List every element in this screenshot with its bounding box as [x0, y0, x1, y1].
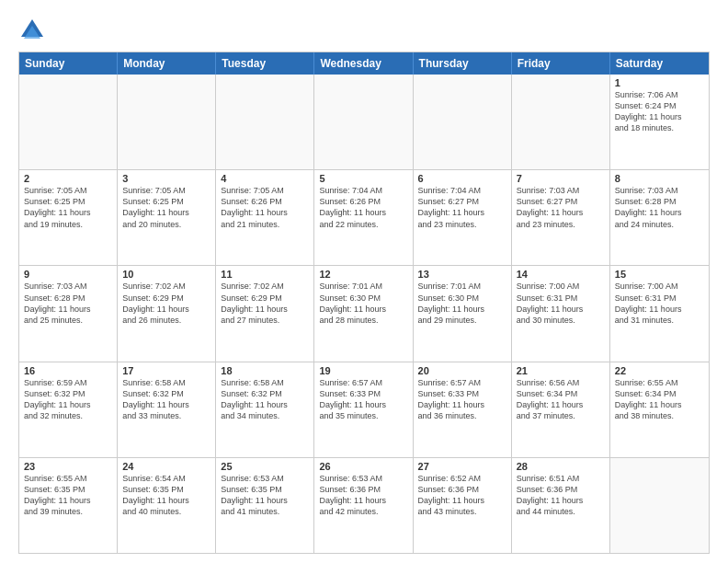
week-row-3: 9Sunrise: 7:03 AM Sunset: 6:28 PM Daylig…	[19, 265, 709, 361]
header-day-tuesday: Tuesday	[216, 52, 314, 75]
day-cell-11: 11Sunrise: 7:02 AM Sunset: 6:29 PM Dayli…	[216, 266, 314, 361]
day-cell-17: 17Sunrise: 6:58 AM Sunset: 6:32 PM Dayli…	[118, 362, 216, 457]
week-row-2: 2Sunrise: 7:05 AM Sunset: 6:25 PM Daylig…	[19, 169, 709, 265]
day-info-28: Sunrise: 6:51 AM Sunset: 6:36 PM Dayligh…	[517, 473, 605, 518]
day-info-26: Sunrise: 6:53 AM Sunset: 6:36 PM Dayligh…	[319, 473, 407, 518]
day-cell-20: 20Sunrise: 6:57 AM Sunset: 6:33 PM Dayli…	[414, 362, 512, 457]
day-number-7: 7	[517, 173, 605, 184]
day-info-10: Sunrise: 7:02 AM Sunset: 6:29 PM Dayligh…	[122, 281, 210, 326]
day-cell-1: 1Sunrise: 7:06 AM Sunset: 6:24 PM Daylig…	[610, 75, 709, 169]
header-day-sunday: Sunday	[19, 52, 118, 75]
day-cell-27: 27Sunrise: 6:52 AM Sunset: 6:36 PM Dayli…	[414, 458, 512, 553]
day-cell-16: 16Sunrise: 6:59 AM Sunset: 6:32 PM Dayli…	[19, 362, 118, 457]
header	[18, 17, 710, 44]
day-cell-19: 19Sunrise: 6:57 AM Sunset: 6:33 PM Dayli…	[314, 362, 413, 457]
day-cell-13: 13Sunrise: 7:01 AM Sunset: 6:30 PM Dayli…	[414, 266, 512, 361]
day-cell-24: 24Sunrise: 6:54 AM Sunset: 6:35 PM Dayli…	[118, 458, 216, 553]
empty-cell-0-5	[512, 75, 610, 169]
day-number-11: 11	[221, 269, 309, 280]
week-row-4: 16Sunrise: 6:59 AM Sunset: 6:32 PM Dayli…	[19, 362, 709, 457]
header-day-monday: Monday	[118, 52, 216, 75]
calendar-header: SundayMondayTuesdayWednesdayThursdayFrid…	[19, 52, 709, 75]
day-number-8: 8	[615, 173, 704, 184]
page: SundayMondayTuesdayWednesdayThursdayFrid…	[0, 0, 728, 563]
day-info-12: Sunrise: 7:01 AM Sunset: 6:30 PM Dayligh…	[319, 281, 407, 326]
day-cell-25: 25Sunrise: 6:53 AM Sunset: 6:35 PM Dayli…	[216, 458, 314, 553]
day-info-1: Sunrise: 7:06 AM Sunset: 6:24 PM Dayligh…	[615, 89, 704, 134]
empty-cell-0-4	[414, 75, 512, 169]
day-number-22: 22	[615, 365, 704, 376]
day-info-21: Sunrise: 6:56 AM Sunset: 6:34 PM Dayligh…	[517, 377, 605, 422]
day-number-27: 27	[418, 461, 506, 472]
day-info-16: Sunrise: 6:59 AM Sunset: 6:32 PM Dayligh…	[24, 377, 112, 422]
calendar-body: 1Sunrise: 7:06 AM Sunset: 6:24 PM Daylig…	[19, 75, 709, 553]
day-cell-2: 2Sunrise: 7:05 AM Sunset: 6:25 PM Daylig…	[19, 170, 118, 265]
day-info-2: Sunrise: 7:05 AM Sunset: 6:25 PM Dayligh…	[24, 185, 112, 230]
empty-cell-0-3	[314, 75, 413, 169]
day-number-21: 21	[517, 365, 605, 376]
day-info-11: Sunrise: 7:02 AM Sunset: 6:29 PM Dayligh…	[221, 281, 309, 326]
day-number-4: 4	[221, 173, 309, 184]
day-number-9: 9	[24, 269, 112, 280]
empty-cell-0-2	[216, 75, 314, 169]
day-cell-26: 26Sunrise: 6:53 AM Sunset: 6:36 PM Dayli…	[314, 458, 413, 553]
day-cell-18: 18Sunrise: 6:58 AM Sunset: 6:32 PM Dayli…	[216, 362, 314, 457]
day-number-13: 13	[418, 269, 506, 280]
day-cell-23: 23Sunrise: 6:55 AM Sunset: 6:35 PM Dayli…	[19, 458, 118, 553]
day-number-6: 6	[418, 173, 506, 184]
day-number-1: 1	[615, 77, 704, 88]
calendar: SundayMondayTuesdayWednesdayThursdayFrid…	[18, 52, 710, 554]
day-cell-3: 3Sunrise: 7:05 AM Sunset: 6:25 PM Daylig…	[118, 170, 216, 265]
week-row-5: 23Sunrise: 6:55 AM Sunset: 6:35 PM Dayli…	[19, 457, 709, 553]
day-cell-10: 10Sunrise: 7:02 AM Sunset: 6:29 PM Dayli…	[118, 266, 216, 361]
day-info-22: Sunrise: 6:55 AM Sunset: 6:34 PM Dayligh…	[615, 377, 704, 422]
day-number-28: 28	[517, 461, 605, 472]
day-cell-12: 12Sunrise: 7:01 AM Sunset: 6:30 PM Dayli…	[314, 266, 413, 361]
day-cell-14: 14Sunrise: 7:00 AM Sunset: 6:31 PM Dayli…	[512, 266, 610, 361]
day-number-20: 20	[418, 365, 506, 376]
day-info-18: Sunrise: 6:58 AM Sunset: 6:32 PM Dayligh…	[221, 377, 309, 422]
header-day-saturday: Saturday	[610, 52, 709, 75]
empty-cell-0-0	[19, 75, 118, 169]
day-info-20: Sunrise: 6:57 AM Sunset: 6:33 PM Dayligh…	[418, 377, 506, 422]
day-number-10: 10	[122, 269, 210, 280]
day-info-9: Sunrise: 7:03 AM Sunset: 6:28 PM Dayligh…	[24, 281, 112, 326]
day-number-2: 2	[24, 173, 112, 184]
header-day-thursday: Thursday	[414, 52, 512, 75]
empty-cell-4-6	[610, 458, 709, 553]
day-info-5: Sunrise: 7:04 AM Sunset: 6:26 PM Dayligh…	[319, 185, 407, 230]
day-cell-8: 8Sunrise: 7:03 AM Sunset: 6:28 PM Daylig…	[610, 170, 709, 265]
day-info-17: Sunrise: 6:58 AM Sunset: 6:32 PM Dayligh…	[122, 377, 210, 422]
day-number-17: 17	[122, 365, 210, 376]
day-number-23: 23	[24, 461, 112, 472]
day-cell-6: 6Sunrise: 7:04 AM Sunset: 6:27 PM Daylig…	[414, 170, 512, 265]
day-cell-15: 15Sunrise: 7:00 AM Sunset: 6:31 PM Dayli…	[610, 266, 709, 361]
day-info-25: Sunrise: 6:53 AM Sunset: 6:35 PM Dayligh…	[221, 473, 309, 518]
day-info-6: Sunrise: 7:04 AM Sunset: 6:27 PM Dayligh…	[418, 185, 506, 230]
day-cell-7: 7Sunrise: 7:03 AM Sunset: 6:27 PM Daylig…	[512, 170, 610, 265]
week-row-1: 1Sunrise: 7:06 AM Sunset: 6:24 PM Daylig…	[19, 75, 709, 169]
day-number-16: 16	[24, 365, 112, 376]
day-info-27: Sunrise: 6:52 AM Sunset: 6:36 PM Dayligh…	[418, 473, 506, 518]
day-cell-9: 9Sunrise: 7:03 AM Sunset: 6:28 PM Daylig…	[19, 266, 118, 361]
day-info-13: Sunrise: 7:01 AM Sunset: 6:30 PM Dayligh…	[418, 281, 506, 326]
header-day-friday: Friday	[512, 52, 610, 75]
day-number-19: 19	[319, 365, 407, 376]
day-info-3: Sunrise: 7:05 AM Sunset: 6:25 PM Dayligh…	[122, 185, 210, 230]
day-cell-21: 21Sunrise: 6:56 AM Sunset: 6:34 PM Dayli…	[512, 362, 610, 457]
day-info-14: Sunrise: 7:00 AM Sunset: 6:31 PM Dayligh…	[517, 281, 605, 326]
day-info-4: Sunrise: 7:05 AM Sunset: 6:26 PM Dayligh…	[221, 185, 309, 230]
day-cell-4: 4Sunrise: 7:05 AM Sunset: 6:26 PM Daylig…	[216, 170, 314, 265]
day-number-5: 5	[319, 173, 407, 184]
day-number-15: 15	[615, 269, 704, 280]
day-info-8: Sunrise: 7:03 AM Sunset: 6:28 PM Dayligh…	[615, 185, 704, 230]
day-number-14: 14	[517, 269, 605, 280]
logo-icon	[18, 17, 46, 44]
day-info-19: Sunrise: 6:57 AM Sunset: 6:33 PM Dayligh…	[319, 377, 407, 422]
day-cell-28: 28Sunrise: 6:51 AM Sunset: 6:36 PM Dayli…	[512, 458, 610, 553]
logo	[18, 17, 50, 44]
day-cell-5: 5Sunrise: 7:04 AM Sunset: 6:26 PM Daylig…	[314, 170, 413, 265]
day-number-18: 18	[221, 365, 309, 376]
day-info-23: Sunrise: 6:55 AM Sunset: 6:35 PM Dayligh…	[24, 473, 112, 518]
day-info-24: Sunrise: 6:54 AM Sunset: 6:35 PM Dayligh…	[122, 473, 210, 518]
